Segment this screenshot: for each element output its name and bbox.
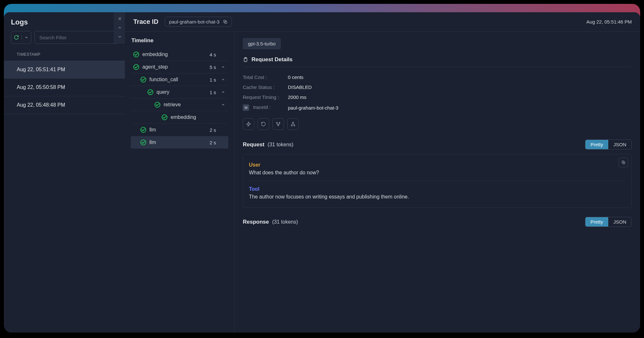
timeline-item-label: agent_step xyxy=(142,64,206,70)
response-tokens: (31 tokens) xyxy=(272,219,298,225)
request-messages: User What does the author do now? Tool T… xyxy=(243,154,632,208)
tree-icon-button[interactable] xyxy=(287,118,299,130)
timeline-item-agent-step[interactable]: agent_step 5 s xyxy=(131,61,228,73)
request-details-title: Request Details xyxy=(243,56,632,67)
request-timing-label: Request Timing : xyxy=(243,94,288,100)
message-text: The author now focuses on writing essays… xyxy=(249,194,626,200)
chevron-down-icon[interactable] xyxy=(116,33,124,41)
check-icon xyxy=(162,114,167,120)
request-tokens: (31 tokens) xyxy=(268,142,293,148)
svg-point-9 xyxy=(278,125,279,126)
svg-point-11 xyxy=(291,125,292,126)
timeline-item-duration: 5 s xyxy=(210,64,216,70)
timeline-item-duration: 2 s xyxy=(210,127,216,133)
timeline-item-duration: 2 s xyxy=(210,140,216,145)
chevron-up-icon[interactable] xyxy=(116,24,124,32)
copy-icon[interactable] xyxy=(223,19,228,24)
close-icon[interactable] xyxy=(116,15,124,23)
request-label: Request xyxy=(243,141,264,148)
check-icon xyxy=(133,64,139,70)
timeline-item-label: function_call xyxy=(149,77,206,82)
timeline-item-label: query xyxy=(156,89,206,95)
timeline-item-embedding[interactable]: embedding 4 s xyxy=(131,48,228,61)
trace-id-label: Trace ID xyxy=(133,18,158,25)
timeline-item-label: llm xyxy=(149,140,206,145)
pretty-toggle[interactable]: Pretty xyxy=(585,140,608,149)
trace-id-detail-value: paul-graham-bot-chat-3 xyxy=(288,105,338,111)
json-toggle[interactable]: JSON xyxy=(608,217,631,227)
timeline-item-embedding[interactable]: embedding xyxy=(131,111,228,124)
trace-id-chip[interactable]: paul-graham-bot-chat-3 xyxy=(165,17,232,27)
log-row[interactable]: Aug 22, 05:50:58 PM xyxy=(4,79,125,96)
check-icon xyxy=(140,140,146,145)
cache-status-label: Cache Status : xyxy=(243,84,288,90)
main-panel: Trace ID paul-graham-bot-chat-3 Aug 22, … xyxy=(125,12,640,333)
chevron-up-icon[interactable] xyxy=(221,90,226,94)
timeline-item-label: embedding xyxy=(142,52,206,57)
branch-icon-button[interactable] xyxy=(272,118,284,130)
timeline-item-label: llm xyxy=(149,127,206,133)
cache-status-value: DISABLED xyxy=(288,84,312,90)
log-timestamp: Aug 22, 05:50:58 PM xyxy=(17,84,65,90)
header-timestamp: Aug 22, 05:51:46 PM xyxy=(586,19,632,24)
message-role-tool: Tool xyxy=(249,186,626,192)
timeline-item-duration: 1 s xyxy=(210,90,216,95)
divider xyxy=(22,34,22,40)
chevron-down-icon[interactable] xyxy=(24,35,28,39)
details-panel: gpt-3.5-turbo Request Details Total Cost… xyxy=(234,32,640,333)
log-row[interactable]: Aug 22, 05:51:41 PM xyxy=(4,61,125,79)
message-text: What does the author do now? xyxy=(249,170,626,176)
chevron-up-icon[interactable] xyxy=(221,65,226,69)
svg-point-7 xyxy=(276,122,277,123)
svg-marker-6 xyxy=(247,122,251,126)
timeline-item-label: embedding xyxy=(171,114,213,120)
check-icon xyxy=(155,102,160,108)
timeline-item-query[interactable]: query 1 s xyxy=(131,86,228,99)
copy-icon[interactable] xyxy=(619,158,628,167)
timeline-item-label: retrieve xyxy=(164,102,213,108)
svg-point-8 xyxy=(279,122,280,123)
log-row[interactable]: Aug 22, 05:48:48 PM xyxy=(4,96,125,114)
chevron-up-icon[interactable] xyxy=(221,103,226,107)
trace-id-value: paul-graham-bot-chat-3 xyxy=(169,19,220,24)
trace-id-key: M traceId : xyxy=(243,104,288,111)
timeline-item-duration: 1 s xyxy=(210,77,216,82)
timeline-item-llm[interactable]: llm 2 s xyxy=(131,136,228,149)
check-icon xyxy=(147,89,153,95)
request-view-toggle: Pretty JSON xyxy=(585,140,632,150)
timeline-item-llm[interactable]: llm 2 s xyxy=(131,124,228,136)
timeline-item-function-call[interactable]: function_call 1 s xyxy=(131,73,228,86)
timeline-item-retrieve[interactable]: retrieve xyxy=(131,99,228,111)
timeline-title: Timeline xyxy=(131,37,228,44)
log-timestamp: Aug 22, 05:48:48 PM xyxy=(17,102,65,108)
pretty-toggle[interactable]: Pretty xyxy=(585,217,608,227)
clipboard-icon xyxy=(243,57,248,63)
log-timestamp: Aug 22, 05:51:41 PM xyxy=(17,67,65,72)
timeline-panel: Timeline embedding 4 s agent_step 5 s xyxy=(125,32,234,333)
total-cost-value: 0 cents xyxy=(288,74,303,80)
search-input[interactable] xyxy=(34,31,118,44)
response-view-toggle: Pretty JSON xyxy=(585,217,632,227)
json-toggle[interactable]: JSON xyxy=(608,140,631,149)
check-icon xyxy=(140,77,146,82)
main-header: Trace ID paul-graham-bot-chat-3 Aug 22, … xyxy=(125,12,640,32)
total-cost-label: Total Cost : xyxy=(243,74,288,80)
refresh-button-group[interactable] xyxy=(11,31,31,44)
refresh-icon[interactable] xyxy=(14,35,19,40)
timeline-item-duration: 4 s xyxy=(210,52,216,57)
metadata-badge: M xyxy=(243,104,249,111)
message-role-user: User xyxy=(249,162,626,168)
redo-icon-button[interactable] xyxy=(258,118,269,130)
request-timing-value: 2000 ms xyxy=(288,94,307,100)
svg-point-12 xyxy=(294,125,295,126)
check-icon xyxy=(133,52,139,57)
response-label: Response xyxy=(243,219,269,225)
model-chip: gpt-3.5-turbo xyxy=(243,38,281,49)
timestamp-column-header: TIMESTAMP xyxy=(4,48,125,61)
panel-control-strip xyxy=(114,12,125,43)
sidebar-title: Logs xyxy=(4,12,125,31)
bolt-icon-button[interactable] xyxy=(243,118,254,130)
sidebar: Logs TIMESTAMP Aug 22, 05:51:41 PM xyxy=(4,12,125,333)
chevron-up-icon[interactable] xyxy=(221,78,226,82)
check-icon xyxy=(140,127,146,133)
